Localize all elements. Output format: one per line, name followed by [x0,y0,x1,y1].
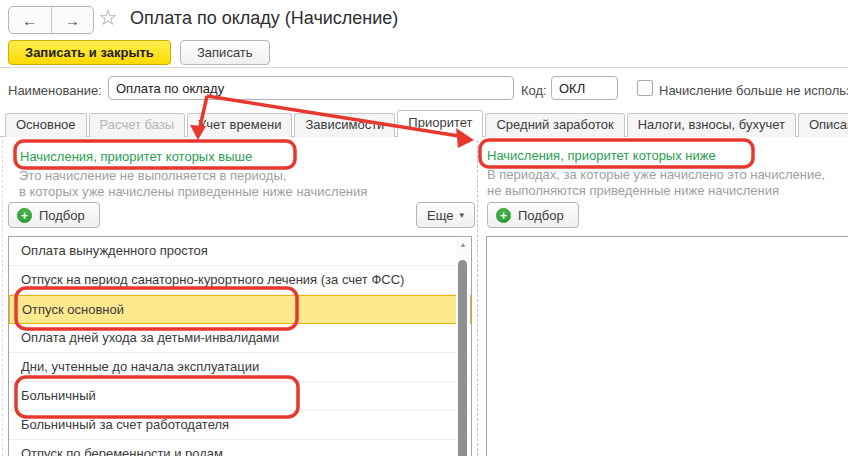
more-button[interactable]: Еще ▾ [416,202,475,228]
left-edge-splitter [2,140,3,456]
chevron-down-icon: ▾ [459,204,464,227]
list-item[interactable]: Отпуск на период санаторно-курортного ле… [9,266,471,295]
list-item[interactable]: Больничный за счет работодателя [9,411,471,440]
not-used-checkbox[interactable] [637,80,653,96]
tab-raschet-bazy: Расчет базы [89,113,186,137]
name-input[interactable] [108,76,514,100]
list-item[interactable]: Оплата дней ухода за детьми-инвалидами [9,324,471,353]
page-title: Оплата по окладу (Начисление) [130,8,398,29]
nav-history-group: ← → [8,6,94,34]
tab-zavisimosti[interactable]: Зависимости [294,113,395,137]
right-panel-header: Начисления, приоритет которых ниже [487,148,716,163]
name-label: Наименование: [8,83,102,98]
lower-priority-list [486,236,848,456]
code-input[interactable] [551,76,618,100]
save-and-close-button[interactable]: Записать и закрыть [8,40,171,65]
tab-bar: Основное Расчет базы Учет времени Зависи… [5,112,848,137]
list-item[interactable]: Больничный [9,382,471,411]
list-item[interactable]: Дни, учтенные до начала эксплуатации [9,353,471,382]
plus-icon: + [496,208,511,223]
back-icon: ← [22,12,37,29]
toolbar-separator [0,67,848,68]
app-window: ← → ☆ Оплата по окладу (Начисление) Запи… [0,0,848,456]
tab-nalogi-vznosy[interactable]: Налоги, взносы, бухучет [627,113,796,137]
list-item[interactable]: Отпуск по беременности и родам [9,440,471,456]
right-panel-description-line2: не выполняются приведенные ниже начислен… [487,183,779,198]
save-button[interactable]: Записать [180,40,270,65]
tab-osnovnoe[interactable]: Основное [5,113,87,137]
left-pick-button[interactable]: + Подбор [8,202,100,228]
back-button[interactable]: ← [9,7,51,33]
left-panel-description-line1: Это начисление не выполняется в периоды, [19,168,286,183]
tab-sredniy-zarabotok[interactable]: Средний заработок [485,113,624,137]
left-panel-description-line2: в которых уже начислены приведенные ниже… [19,184,367,199]
plus-icon: + [17,208,32,223]
not-used-checkbox-label: Начисление больше не использу [659,83,848,98]
scrollbar[interactable]: ▲ [456,238,470,456]
higher-priority-list: Оплата вынужденного простоя Отпуск на пе… [8,236,472,456]
panel-splitter[interactable] [477,140,478,456]
scrollbar-thumb[interactable] [458,260,467,456]
code-label: Код: [521,83,547,98]
tab-prioritet[interactable]: Приоритет [397,110,483,137]
list-item[interactable]: Оплата вынужденного простоя [9,237,471,266]
forward-button[interactable]: → [51,7,94,33]
left-panel-header: Начисления, приоритет которых выше [20,149,252,164]
tab-opisanie[interactable]: Описание [798,113,848,137]
scroll-up-icon[interactable]: ▲ [456,241,470,248]
left-pick-button-label: Подбор [39,204,85,227]
list-item-selected[interactable]: Отпуск основной [9,295,471,324]
more-button-label: Еще [427,204,453,227]
favorite-star-icon[interactable]: ☆ [98,5,118,31]
right-pick-button-label: Подбор [518,204,564,227]
right-panel-description-line1: В периодах, за которые уже начислено это… [487,167,825,182]
tab-uchet-vremeni[interactable]: Учет времени [187,113,292,137]
right-pick-button[interactable]: + Подбор [487,202,579,228]
forward-icon: → [65,12,80,29]
